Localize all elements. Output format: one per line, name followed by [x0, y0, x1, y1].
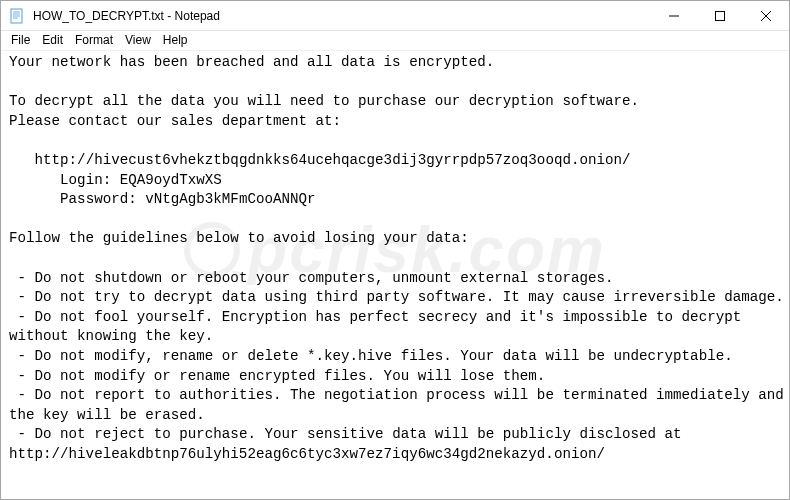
text-area[interactable]: Your network has been breached and all d…: [1, 51, 789, 499]
svg-rect-6: [716, 12, 725, 21]
menu-file[interactable]: File: [5, 31, 36, 50]
notepad-window: HOW_TO_DECRYPT.txt - Notepad File Edit F…: [0, 0, 790, 500]
close-button[interactable]: [743, 1, 789, 31]
maximize-icon: [715, 11, 725, 21]
window-title: HOW_TO_DECRYPT.txt - Notepad: [31, 9, 651, 23]
maximize-button[interactable]: [697, 1, 743, 31]
minimize-button[interactable]: [651, 1, 697, 31]
window-controls: [651, 1, 789, 30]
menu-view[interactable]: View: [119, 31, 157, 50]
notepad-icon: [9, 8, 25, 24]
menu-edit[interactable]: Edit: [36, 31, 69, 50]
minimize-icon: [669, 11, 679, 21]
close-icon: [761, 11, 771, 21]
menubar: File Edit Format View Help: [1, 31, 789, 51]
menu-format[interactable]: Format: [69, 31, 119, 50]
menu-help[interactable]: Help: [157, 31, 194, 50]
titlebar: HOW_TO_DECRYPT.txt - Notepad: [1, 1, 789, 31]
